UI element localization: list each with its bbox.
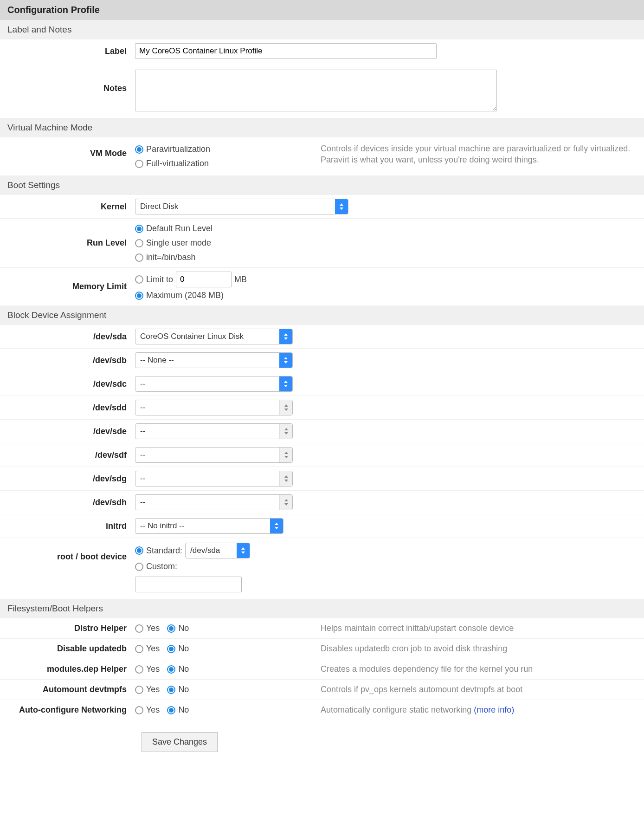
helper-devtmpfs-no[interactable]: No [167, 683, 189, 696]
runlevel-default-option[interactable]: Default Run Level [135, 222, 311, 235]
helper-modules-yes[interactable]: Yes [135, 663, 160, 675]
radio-unchecked-icon [135, 706, 143, 714]
helper-updatedb-yes[interactable]: Yes [135, 642, 160, 655]
runlevel-label: Run Level [7, 238, 135, 248]
helper-devtmpfs-help: Controls if pv_ops kernels automount dev… [311, 684, 637, 695]
radio-checked-icon [135, 292, 143, 300]
helper-modules-no[interactable]: No [167, 663, 189, 675]
select-arrow-icon [279, 495, 292, 510]
radio-unchecked-icon [135, 665, 143, 674]
vm-mode-help: Controls if devices inside your virtual … [311, 143, 637, 166]
device-sdg-select[interactable]: -- [135, 471, 293, 487]
radio-checked-icon [167, 645, 175, 653]
helper-distro-label: Distro Helper [7, 623, 135, 633]
label-input[interactable] [135, 43, 437, 59]
device-sdd-label: /dev/sdd [7, 403, 135, 413]
select-arrow-icon [279, 329, 292, 344]
radio-unchecked-icon [135, 239, 143, 247]
helper-devtmpfs-label: Automount devtmpfs [7, 685, 135, 694]
memlimit-label: Memory Limit [7, 282, 135, 292]
section-block: Block Device Assignment [0, 305, 644, 325]
radio-checked-icon [167, 624, 175, 633]
section-helpers: Filesystem/Boot Helpers [0, 599, 644, 618]
radio-checked-icon [167, 706, 175, 714]
runlevel-single-option[interactable]: Single user mode [135, 237, 311, 249]
radio-unchecked-icon [135, 624, 143, 633]
radio-unchecked-icon [135, 645, 143, 653]
section-label-notes: Label and Notes [0, 20, 644, 39]
notes-textarea[interactable] [135, 70, 497, 111]
select-arrow-icon [279, 353, 292, 368]
helper-distro-no[interactable]: No [167, 622, 189, 635]
vm-mode-fullvirt-option[interactable]: Full-virtualization [135, 157, 311, 170]
select-arrow-icon [279, 471, 292, 486]
vm-mode-paravirt-option[interactable]: Paravirtualization [135, 143, 311, 156]
device-sdf-select[interactable]: -- [135, 447, 293, 463]
helper-network-help: Automatically configure static networkin… [311, 704, 637, 715]
radio-unchecked-icon [135, 160, 143, 168]
vm-mode-paravirt-text: Paravirtualization [146, 143, 210, 156]
helper-network-label: Auto-configure Networking [7, 705, 135, 715]
section-boot: Boot Settings [0, 175, 644, 195]
root-custom-input[interactable] [135, 577, 242, 592]
label-label: Label [7, 46, 135, 56]
notes-label: Notes [7, 70, 135, 93]
helper-devtmpfs-yes[interactable]: Yes [135, 683, 160, 696]
save-button[interactable]: Save Changes [142, 732, 218, 752]
section-vm-mode: Virtual Machine Mode [0, 118, 644, 137]
select-arrow-icon [279, 448, 292, 462]
select-arrow-icon [279, 424, 292, 439]
select-arrow-icon [279, 376, 292, 391]
device-sdh-label: /dev/sdh [7, 498, 135, 507]
helper-distro-yes[interactable]: Yes [135, 622, 160, 635]
device-sde-select[interactable]: -- [135, 423, 293, 439]
helper-network-link[interactable]: (more info) [474, 705, 514, 714]
device-sdh-select[interactable]: -- [135, 494, 293, 510]
memlimit-limit-option[interactable]: Limit to MB [135, 272, 311, 287]
helper-modules-label: modules.dep Helper [7, 664, 135, 674]
page-title: Configuration Profile [0, 0, 644, 20]
radio-checked-icon [167, 665, 175, 674]
radio-unchecked-icon [135, 563, 143, 571]
select-arrow-icon [335, 199, 348, 214]
vm-mode-fullvirt-text: Full-virtualization [146, 157, 209, 170]
root-standard-option[interactable]: Standard: /dev/sda [135, 543, 311, 558]
runlevel-bash-option[interactable]: init=/bin/bash [135, 251, 311, 264]
helper-updatedb-help: Disables updatedb cron job to avoid disk… [311, 643, 637, 654]
select-arrow-icon [237, 543, 250, 558]
device-sdd-select[interactable]: -- [135, 400, 293, 415]
root-device-label: root / boot device [7, 543, 135, 562]
initrd-select[interactable]: -- No initrd -- [135, 518, 283, 534]
device-sdc-label: /dev/sdc [7, 379, 135, 389]
kernel-select[interactable]: Direct Disk [135, 199, 348, 214]
radio-unchecked-icon [135, 253, 143, 262]
root-standard-select[interactable]: /dev/sda [185, 543, 250, 558]
device-sdb-select[interactable]: -- None -- [135, 352, 293, 368]
memlimit-max-option[interactable]: Maximum (2048 MB) [135, 289, 311, 302]
radio-checked-icon [135, 546, 143, 555]
initrd-label: initrd [7, 521, 135, 531]
radio-unchecked-icon [135, 686, 143, 694]
device-sdf-label: /dev/sdf [7, 450, 135, 460]
helper-updatedb-no[interactable]: No [167, 642, 189, 655]
select-arrow-icon [270, 519, 283, 533]
helper-modules-help: Creates a modules dependency file for th… [311, 663, 637, 675]
helper-network-yes[interactable]: Yes [135, 704, 160, 716]
device-sdg-label: /dev/sdg [7, 474, 135, 484]
kernel-select-value: Direct Disk [135, 199, 335, 214]
device-sda-select[interactable]: CoreOS Container Linux Disk [135, 329, 293, 344]
memlimit-input[interactable] [176, 272, 232, 287]
device-sde-label: /dev/sde [7, 427, 135, 436]
device-sdb-label: /dev/sdb [7, 356, 135, 365]
helper-network-no[interactable]: No [167, 704, 189, 716]
root-custom-option[interactable]: Custom: [135, 560, 311, 573]
helper-distro-help: Helps maintain correct inittab/upstart c… [311, 623, 637, 634]
radio-unchecked-icon [135, 275, 143, 284]
radio-checked-icon [135, 145, 143, 154]
kernel-label: Kernel [7, 202, 135, 212]
vm-mode-label: VM Mode [7, 143, 135, 158]
helper-updatedb-label: Disable updatedb [7, 644, 135, 654]
device-sdc-select[interactable]: -- [135, 376, 293, 392]
radio-checked-icon [167, 686, 175, 694]
radio-checked-icon [135, 225, 143, 233]
